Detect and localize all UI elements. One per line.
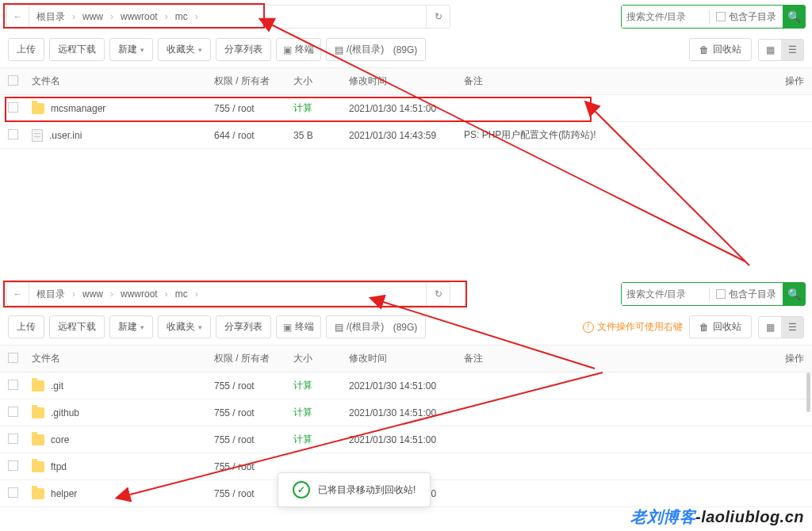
row-checkbox[interactable] (8, 407, 18, 417)
row-checkbox[interactable] (8, 460, 18, 471)
back-icon[interactable]: ← (7, 283, 29, 305)
row-checkbox[interactable] (8, 129, 18, 139)
refresh-icon[interactable]: ↻ (426, 6, 450, 28)
file-mtime: 2021/01/30 14:51:00 (349, 380, 464, 392)
search-group: 包含子目录 🔍 (621, 282, 806, 306)
col-name[interactable]: 文件名 (32, 74, 214, 88)
file-mtime: 2021/01/30 14:43:59 (349, 130, 464, 141)
col-perm: 权限 / 所有者 (214, 352, 293, 365)
refresh-icon[interactable]: ↻ (426, 283, 450, 305)
table-header: 文件名 权限 / 所有者 大小 修改时间 备注 操作 (0, 346, 812, 372)
row-checkbox[interactable] (8, 487, 18, 498)
upload-button[interactable]: 上传 (8, 315, 44, 338)
col-op: 操作 (749, 74, 804, 88)
breadcrumb-www[interactable]: www (80, 287, 105, 301)
scrollbar[interactable] (806, 372, 810, 412)
file-perm[interactable]: 755 / root (214, 461, 293, 472)
search-input[interactable] (622, 283, 709, 305)
success-icon: ✓ (293, 481, 310, 499)
breadcrumb-wwwroot[interactable]: wwwroot (118, 10, 160, 24)
toast-message: 已将目录移动到回收站! (318, 483, 416, 497)
row-checkbox[interactable] (8, 102, 18, 113)
trash-icon: 🗑 (699, 322, 709, 333)
file-mtime: 2021/01/30 14:51:00 (349, 434, 464, 445)
include-subdir-label: 包含子目录 (729, 10, 776, 24)
view-mode-group: ▦ ☰ (758, 39, 804, 61)
search-button[interactable]: 🔍 (783, 283, 805, 305)
disk-icon: ▤ (335, 44, 343, 55)
table-row[interactable]: .git 755 / root 计算 2021/01/30 14:51:00 (0, 372, 812, 399)
table-row[interactable]: .user.ini 644 / root 35 B 2021/01/30 14:… (0, 122, 812, 149)
file-perm[interactable]: 755 / root (214, 380, 293, 392)
view-grid-button[interactable]: ▦ (759, 317, 781, 338)
remote-download-button[interactable]: 远程下载 (49, 315, 105, 338)
file-size[interactable]: 计算 (293, 379, 349, 392)
include-subdir-toggle[interactable]: 包含子目录 (709, 288, 783, 301)
file-name: .github (51, 407, 79, 418)
select-all-checkbox[interactable] (8, 353, 18, 363)
share-list-button[interactable]: 分享列表 (216, 38, 271, 61)
breadcrumb-root[interactable]: 根目录 (34, 286, 67, 303)
checkbox-icon (716, 12, 726, 21)
warn-icon: ! (583, 322, 594, 333)
disk-selector[interactable]: ▤ /(根目录) (89G) (326, 315, 426, 338)
favorite-button[interactable]: 收藏夹▾ (158, 315, 211, 338)
table-row[interactable]: core 755 / root 计算 2021/01/30 14:51:00 (0, 426, 812, 453)
col-perm: 权限 / 所有者 (214, 74, 293, 88)
disk-selector[interactable]: ▤ /(根目录) (89G) (326, 38, 426, 61)
remote-download-button[interactable]: 远程下载 (49, 38, 105, 61)
view-mode-group: ▦ ☰ (758, 316, 804, 338)
view-list-button[interactable]: ☰ (781, 40, 803, 60)
new-button[interactable]: 新建▾ (109, 315, 153, 338)
folder-icon (32, 380, 44, 392)
breadcrumb-www[interactable]: www (80, 10, 105, 24)
table-row[interactable]: mcsmanager 755 / root 计算 2021/01/30 14:5… (0, 95, 812, 122)
col-name[interactable]: 文件名 (32, 352, 214, 365)
watermark: 老刘博客-laoliublog.cn (630, 506, 804, 528)
recycle-bin-button[interactable]: 🗑回收站 (689, 38, 752, 61)
file-note: PS: PHP用户配置文件(防跨站)! (464, 128, 749, 142)
terminal-button[interactable]: ▣终端 (276, 315, 321, 338)
col-note: 备注 (464, 352, 749, 365)
col-size: 大小 (293, 74, 349, 88)
row-checkbox[interactable] (8, 380, 18, 390)
file-perm[interactable]: 644 / root (214, 130, 293, 141)
file-mtime: 2021/01/30 14:51:00 (349, 407, 464, 418)
disk-icon: ▤ (335, 322, 343, 333)
back-icon[interactable]: ← (7, 6, 29, 28)
table-header: 文件名 权限 / 所有者 大小 修改时间 备注 操作 (0, 68, 812, 95)
file-perm[interactable]: 755 / root (214, 103, 293, 114)
view-grid-button[interactable]: ▦ (759, 40, 781, 60)
upload-button[interactable]: 上传 (8, 38, 44, 61)
breadcrumb-root[interactable]: 根目录 (34, 9, 67, 25)
view-list-button[interactable]: ☰ (781, 317, 803, 338)
terminal-button[interactable]: ▣终端 (276, 38, 321, 61)
file-name: core (51, 434, 69, 445)
folder-icon (32, 461, 44, 472)
recycle-bin-button[interactable]: 🗑回收站 (689, 315, 752, 338)
include-subdir-toggle[interactable]: 包含子目录 (709, 10, 783, 24)
file-perm[interactable]: 755 / root (214, 407, 293, 418)
col-op: 操作 (749, 352, 804, 365)
folder-icon (32, 434, 44, 445)
favorite-button[interactable]: 收藏夹▾ (158, 38, 211, 61)
breadcrumb-mc[interactable]: mc (173, 10, 190, 24)
search-button[interactable]: 🔍 (783, 6, 805, 28)
breadcrumb-mc[interactable]: mc (173, 287, 190, 301)
table-row[interactable]: .github 755 / root 计算 2021/01/30 14:51:0… (0, 399, 812, 426)
folder-icon (32, 488, 44, 499)
share-list-button[interactable]: 分享列表 (216, 315, 271, 338)
col-mtime: 修改时间 (349, 352, 464, 365)
search-input[interactable] (622, 6, 709, 28)
file-name: .git (51, 380, 63, 392)
select-all-checkbox[interactable] (8, 75, 18, 86)
file-perm[interactable]: 755 / root (214, 434, 293, 445)
checkbox-icon (716, 289, 726, 299)
row-checkbox[interactable] (8, 434, 18, 444)
search-group: 包含子目录 🔍 (621, 5, 806, 29)
new-button[interactable]: 新建▾ (109, 38, 153, 61)
file-size[interactable]: 计算 (293, 406, 349, 419)
file-size[interactable]: 计算 (293, 433, 349, 446)
file-size[interactable]: 计算 (293, 101, 349, 115)
breadcrumb-wwwroot[interactable]: wwwroot (118, 287, 160, 301)
